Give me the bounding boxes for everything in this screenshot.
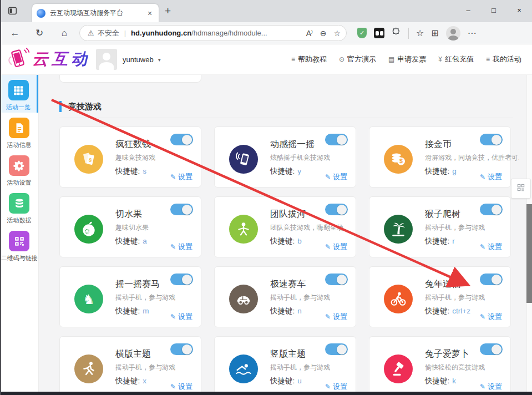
section-title: 竞技游戏: [68, 102, 102, 112]
add-favorite-icon[interactable]: ☆: [333, 29, 341, 38]
game-icon: [229, 285, 258, 313]
game-icon: $: [384, 145, 413, 174]
enable-toggle[interactable]: [480, 274, 503, 285]
settings-link[interactable]: ✎设置: [325, 312, 347, 322]
enable-toggle[interactable]: [325, 274, 348, 285]
shortcut-row: 快捷键:x: [115, 376, 175, 386]
refresh-icon[interactable]: ↻: [30, 22, 49, 44]
read-aloud-icon[interactable]: A): [306, 29, 313, 38]
tab-actions-icon[interactable]: [7, 6, 18, 16]
pencil-icon: ✎: [170, 243, 176, 251]
settings-link[interactable]: ✎设置: [325, 172, 347, 182]
sidebar-item[interactable]: 活动信息: [0, 113, 38, 150]
user-avatar[interactable]: [96, 49, 117, 70]
settings-link[interactable]: ✎设置: [170, 312, 192, 322]
settings-dots-icon[interactable]: ⋯: [468, 28, 477, 38]
sidebar-item[interactable]: 二维码与链接: [0, 226, 38, 264]
settings-link[interactable]: ✎设置: [170, 242, 192, 252]
browser-tab[interactable]: 云互动现场互动服务平台 ×: [32, 4, 159, 22]
game-description: 摇动手机，参与游戏: [115, 363, 175, 372]
tab-title: 云互动现场互动服务平台: [50, 8, 141, 18]
username[interactable]: yuntuweb: [123, 55, 154, 64]
browser-profile-icon[interactable]: [446, 26, 460, 40]
enable-toggle[interactable]: [480, 134, 503, 145]
sidebar: 活动一览 活动信息 活动设置 活动数据 二维码与链接: [0, 75, 39, 395]
toggle-knob: [337, 205, 347, 215]
user-dropdown-icon[interactable]: ▾: [158, 57, 161, 63]
game-description: 摇动手机，参与游戏: [270, 363, 330, 372]
address-separator: |: [124, 29, 126, 37]
toggle-knob: [182, 345, 192, 355]
enable-toggle[interactable]: [480, 204, 503, 215]
settings-link[interactable]: ✎设置: [325, 242, 347, 252]
zoom-out-icon[interactable]: ⊖: [320, 29, 327, 38]
tab-close-icon[interactable]: ×: [145, 9, 154, 18]
game-card: 切水果 趣味切水果 快捷键:a ✎设置: [59, 196, 201, 257]
extensions-puzzle-icon[interactable]: [392, 27, 401, 39]
pencil-icon: ✎: [170, 173, 176, 181]
settings-link[interactable]: ✎设置: [170, 172, 192, 182]
game-description: 趣味竞技游戏: [115, 153, 155, 163]
nav-link[interactable]: ≡ 帮助教程: [285, 54, 333, 64]
game-card-grid: $ 疯狂数钱 趣味竞技游戏 快捷键:s ✎设置 动感摇一摇 炫酷摇手机竞技游戏: [59, 126, 532, 395]
game-description: 摇动手机，参与游戏: [115, 293, 175, 302]
sidebar-item[interactable]: 活动数据: [0, 188, 38, 226]
pencil-icon: ✎: [480, 383, 485, 391]
sidebar-item[interactable]: 活动一览: [0, 75, 38, 113]
sidebar-item[interactable]: 活动设置: [0, 150, 38, 188]
address-bar[interactable]: ⚠ 不安全 | hd.yunhudong.cn/hdmanage/hdmodul…: [79, 25, 347, 41]
main-content: 竞技游戏 $ 疯狂数钱 趣味竞技游戏 快捷键:s ✎设置: [39, 75, 532, 395]
game-icon: [74, 355, 103, 383]
settings-link[interactable]: ✎设置: [170, 382, 192, 392]
nav-item-icon: ¥: [438, 55, 442, 63]
toggle-knob: [337, 275, 347, 285]
window-maximize-button[interactable]: □: [481, 0, 506, 22]
new-tab-button[interactable]: +: [165, 4, 171, 18]
window-close-button[interactable]: ×: [506, 0, 532, 22]
game-icon: [229, 215, 258, 244]
settings-link[interactable]: ✎设置: [325, 382, 347, 392]
enable-toggle[interactable]: [170, 134, 193, 145]
pencil-icon: ✎: [325, 243, 331, 251]
shortcut-row: 快捷键:n: [270, 306, 330, 316]
nav-link[interactable]: ▤ 申请发票: [382, 54, 432, 64]
enable-toggle[interactable]: [325, 204, 348, 215]
enable-toggle[interactable]: [170, 204, 193, 215]
home-icon[interactable]: ⌂: [55, 22, 74, 44]
site-favicon-icon: [37, 9, 45, 18]
thumbnail-grid-icon: [516, 183, 525, 194]
game-icon: $: [74, 145, 103, 174]
shortcut-row: 快捷键:y: [270, 166, 330, 176]
toggle-knob: [182, 135, 192, 145]
site-logo[interactable]: 云互动: [6, 46, 90, 73]
settings-link[interactable]: ✎设置: [480, 312, 502, 322]
phone-logo-icon: [6, 46, 31, 73]
enable-toggle[interactable]: [170, 274, 193, 285]
nav-link[interactable]: ¥ 红包充值: [432, 54, 480, 64]
enable-toggle[interactable]: [325, 134, 348, 145]
pencil-icon: ✎: [480, 243, 485, 251]
page-scrollbar-thumb[interactable]: [526, 204, 532, 303]
back-icon[interactable]: ←: [6, 22, 24, 44]
nav-link[interactable]: ≡ 我的活动: [480, 54, 528, 64]
sidebar-item-icon: [9, 118, 29, 138]
nav-link[interactable]: ⊙ 官方演示: [333, 54, 382, 64]
enable-toggle[interactable]: [170, 343, 193, 355]
sidebar-item-icon: [9, 155, 29, 176]
favorites-icon[interactable]: ☆: [416, 28, 424, 38]
enable-toggle[interactable]: [325, 343, 348, 355]
settings-link[interactable]: ✎设置: [480, 172, 502, 182]
enable-toggle[interactable]: [480, 343, 503, 355]
section-accent-bar: [59, 101, 62, 112]
floating-panel-button[interactable]: [511, 179, 531, 199]
collections-icon[interactable]: ⊞: [431, 28, 438, 38]
game-title: 疯狂数钱: [115, 139, 155, 150]
settings-link[interactable]: ✎设置: [480, 242, 502, 252]
tampermonkey-extension-icon[interactable]: [374, 28, 384, 38]
settings-link[interactable]: ✎设置: [480, 382, 502, 392]
window-minimize-button[interactable]: –: [455, 0, 481, 22]
adblock-shield-icon[interactable]: ✓: [357, 28, 367, 38]
partial-card-above: [59, 75, 201, 83]
nav-item-icon: ≡: [486, 55, 490, 63]
game-title: 切水果: [115, 209, 149, 220]
